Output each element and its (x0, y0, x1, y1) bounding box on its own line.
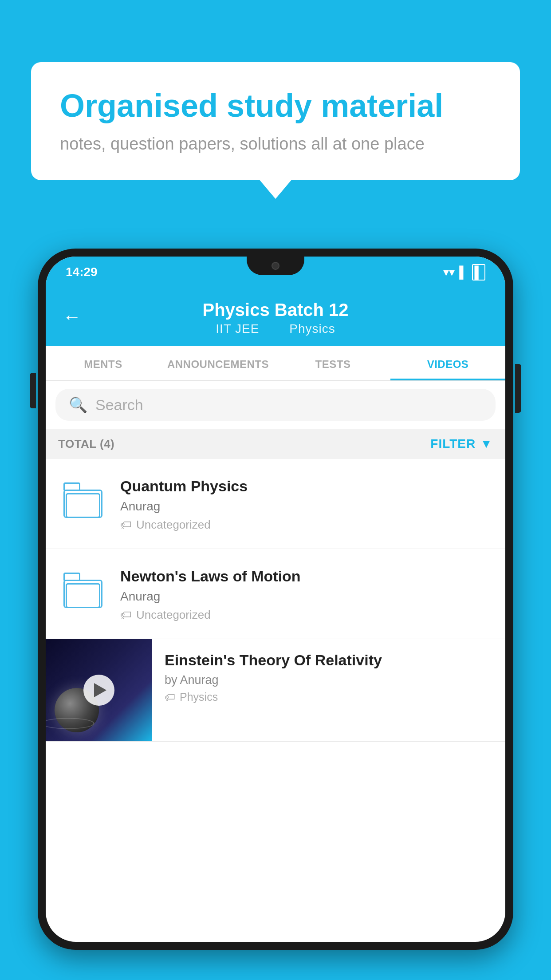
folder-icon-newton (59, 566, 108, 615)
video-author: Anurag (120, 589, 492, 604)
video-info-quantum: Quantum Physics Anurag 🏷 Uncategorized (120, 476, 492, 532)
video-info-newton: Newton's Laws of Motion Anurag 🏷 Uncateg… (120, 566, 492, 622)
battery-icon: ▌ (472, 264, 485, 281)
tag-label: Uncategorized (136, 518, 211, 532)
header-title: Physics Batch 12 (202, 300, 348, 320)
video-tag: 🏷 Physics (165, 691, 495, 703)
wifi-icon: ▾▾ (443, 265, 455, 279)
video-tag: 🏷 Uncategorized (120, 608, 492, 622)
list-item[interactable]: Quantum Physics Anurag 🏷 Uncategorized (46, 459, 505, 549)
camera-dot (272, 262, 279, 270)
back-button[interactable]: ← (63, 306, 81, 328)
search-icon: 🔍 (69, 396, 87, 414)
header-subtitle: IIT JEE Physics (210, 322, 341, 336)
status-time: 14:29 (66, 265, 98, 279)
tab-announcements[interactable]: ANNOUNCEMENTS (161, 346, 276, 380)
video-tag: 🏷 Uncategorized (120, 518, 492, 532)
list-item[interactable]: Newton's Laws of Motion Anurag 🏷 Uncateg… (46, 549, 505, 639)
play-triangle-icon (94, 683, 106, 697)
folder-icon-quantum (59, 476, 108, 525)
filter-funnel-icon: ▼ (480, 437, 493, 451)
phone-outer: 14:29 ▾▾ ▌ ▌ ← Physics Batch 12 IIT JEE … (38, 249, 513, 950)
status-bar: 14:29 ▾▾ ▌ ▌ (46, 257, 505, 288)
tag-icon: 🏷 (165, 691, 175, 703)
speech-bubble-container: Organised study material notes, question… (31, 62, 520, 180)
total-count: TOTAL (4) (58, 437, 114, 451)
tag-label: Uncategorized (136, 608, 211, 622)
signal-icon: ▌ (459, 265, 467, 279)
speech-bubble: Organised study material notes, question… (31, 62, 520, 180)
header-tag2: Physics (289, 322, 335, 336)
app-header: ← Physics Batch 12 IIT JEE Physics (46, 288, 505, 346)
status-icons: ▾▾ ▌ ▌ (443, 264, 485, 281)
filter-bar: TOTAL (4) FILTER ▼ (46, 429, 505, 459)
tab-bar: MENTS ANNOUNCEMENTS TESTS VIDEOS (46, 346, 505, 381)
list-item[interactable]: Einstein's Theory Of Relativity by Anura… (46, 639, 505, 742)
bubble-title: Organised study material (60, 87, 491, 125)
phone-screen: 14:29 ▾▾ ▌ ▌ ← Physics Batch 12 IIT JEE … (46, 257, 505, 942)
video-title: Quantum Physics (120, 478, 492, 495)
video-title: Newton's Laws of Motion (120, 568, 492, 585)
search-placeholder: Search (95, 396, 143, 414)
tab-ments[interactable]: MENTS (46, 346, 161, 380)
notch (247, 257, 304, 275)
tab-videos[interactable]: VIDEOS (390, 346, 505, 380)
search-bar[interactable]: 🔍 Search (55, 389, 496, 421)
video-author: Anurag (120, 499, 492, 514)
tag-label: Physics (180, 691, 218, 703)
header-tag1: IIT JEE (216, 322, 259, 336)
bubble-subtitle: notes, question papers, solutions all at… (60, 134, 491, 154)
video-list: Quantum Physics Anurag 🏷 Uncategorized (46, 459, 505, 742)
search-bar-container: 🔍 Search (46, 381, 505, 429)
video-info-einstein: Einstein's Theory Of Relativity by Anura… (152, 639, 505, 714)
filter-button[interactable]: FILTER ▼ (430, 437, 493, 451)
play-button[interactable] (83, 675, 114, 706)
tab-tests[interactable]: TESTS (276, 346, 390, 380)
video-thumbnail-einstein (46, 639, 152, 741)
phone-mockup: 14:29 ▾▾ ▌ ▌ ← Physics Batch 12 IIT JEE … (38, 249, 513, 980)
tag-icon: 🏷 (120, 518, 132, 532)
tag-icon: 🏷 (120, 608, 132, 622)
video-title: Einstein's Theory Of Relativity (165, 652, 495, 669)
video-author: by Anurag (165, 673, 495, 687)
